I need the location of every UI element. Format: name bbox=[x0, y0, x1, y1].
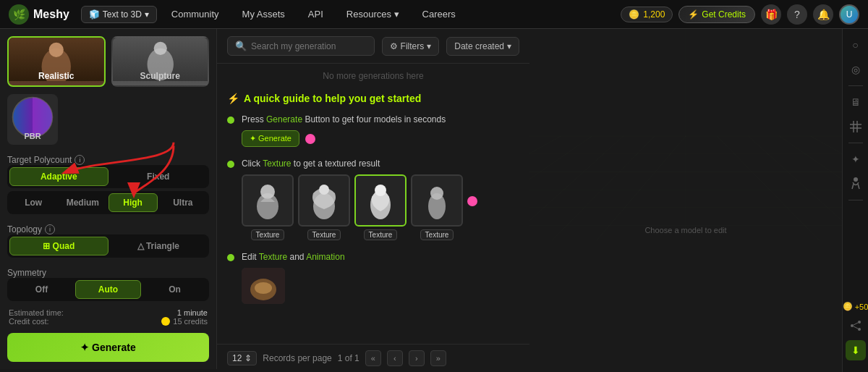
dropdown-chevron: ▾ bbox=[145, 9, 149, 20]
coin-icon-toolbar: 🪙 bbox=[843, 302, 853, 311]
nav-community[interactable]: Community bbox=[163, 6, 228, 22]
polycount-medium-button[interactable]: Medium bbox=[59, 193, 106, 212]
mode-realistic-button[interactable]: Realistic bbox=[7, 36, 106, 87]
viewport-grid: .gl{stroke:#3a4a30;stroke-width:0.8;opac… bbox=[529, 29, 842, 241]
nav-resources[interactable]: Resources ▾ bbox=[338, 6, 408, 22]
texture-label-3[interactable]: Texture bbox=[364, 229, 398, 240]
download-button[interactable]: ⬇ bbox=[846, 340, 866, 360]
pbr-row: PBR bbox=[7, 94, 209, 145]
step2-dot bbox=[227, 161, 234, 168]
texture-label-1[interactable]: Texture bbox=[251, 229, 285, 240]
svg-line-43 bbox=[852, 184, 854, 189]
svg-point-45 bbox=[858, 321, 861, 324]
user-avatar[interactable]: U bbox=[839, 4, 859, 25]
symmetry-on-button[interactable]: On bbox=[142, 280, 207, 299]
next-page-button[interactable]: › bbox=[409, 350, 425, 366]
topology-triangle-button[interactable]: △ Triangle bbox=[110, 237, 208, 255]
monitor-icon[interactable]: 🖥 bbox=[846, 92, 866, 112]
texture-label-4[interactable]: Texture bbox=[420, 229, 454, 240]
polycount-low-button[interactable]: Low bbox=[9, 193, 57, 212]
rotate-icon[interactable]: ○ bbox=[846, 35, 866, 55]
nav-my-assets[interactable]: My Assets bbox=[234, 6, 294, 22]
filters-chevron: ▾ bbox=[427, 41, 431, 51]
polycount-high-button[interactable]: High bbox=[109, 193, 158, 212]
estimated-time-label: Estimated time: bbox=[9, 308, 64, 317]
target-polycount-section: Target Polycount i Adaptive Fixed Low Me… bbox=[7, 152, 209, 214]
gift-button[interactable]: 🎁 bbox=[761, 4, 781, 25]
text-to-3d-icon: 🧊 bbox=[89, 9, 100, 20]
orbit-icon[interactable]: ◎ bbox=[846, 59, 866, 80]
prev-page-button[interactable]: ‹ bbox=[387, 350, 403, 366]
credit-cost-row: Credit cost: 15 credits bbox=[7, 317, 209, 326]
search-input[interactable] bbox=[251, 41, 367, 51]
model-preview-4: Texture bbox=[411, 174, 463, 240]
svg-point-11 bbox=[260, 185, 275, 199]
mode-pbr-button[interactable]: PBR bbox=[7, 94, 58, 145]
mini-generate-button[interactable]: ✦ Generate bbox=[242, 130, 299, 147]
symmetry-label: Symmetry bbox=[7, 268, 209, 278]
search-box[interactable]: 🔍 bbox=[227, 36, 375, 56]
symmetry-auto-button[interactable]: Auto bbox=[75, 280, 141, 299]
figure-svg-icon bbox=[850, 177, 861, 190]
grid-icon[interactable] bbox=[846, 117, 866, 137]
svg-point-2 bbox=[49, 43, 64, 57]
3d-viewport: .gl{stroke:#3a4a30;stroke-width:0.8;opac… bbox=[529, 29, 842, 372]
svg-point-5 bbox=[153, 42, 166, 55]
generate-main-button[interactable]: ✦ Generate bbox=[7, 333, 209, 362]
text-to-3d-dropdown[interactable]: 🧊 Text to 3D ▾ bbox=[81, 6, 157, 23]
app-logo[interactable]: 🌿 Meshy bbox=[9, 4, 69, 25]
lightning-icon: ⚡ bbox=[688, 9, 699, 20]
model-thumb-4[interactable] bbox=[411, 174, 463, 227]
credit-cost-label: Credit cost: bbox=[9, 317, 49, 326]
mode-sculpture-button[interactable]: Sculpture bbox=[111, 36, 210, 87]
model-thumb-svg-3 bbox=[359, 179, 402, 222]
svg-line-29 bbox=[597, 136, 686, 240]
symmetry-off-button[interactable]: Off bbox=[9, 280, 74, 299]
model-thumb-svg-1 bbox=[246, 179, 289, 222]
figure-icon[interactable] bbox=[846, 174, 866, 194]
topology-info-icon[interactable]: i bbox=[45, 224, 55, 234]
topology-label: Topology i bbox=[7, 224, 209, 234]
polycount-info-icon[interactable]: i bbox=[75, 155, 85, 165]
notifications-button[interactable]: 🔔 bbox=[813, 4, 833, 25]
topology-quad-button[interactable]: ⊞ Quad bbox=[9, 237, 109, 255]
coin-icon: 🪙 bbox=[629, 9, 639, 20]
nav-api[interactable]: API bbox=[299, 6, 332, 22]
per-page-spinners[interactable]: ⇕ bbox=[244, 353, 252, 363]
help-button[interactable]: ? bbox=[787, 4, 807, 25]
polycount-adaptive-button[interactable]: Adaptive bbox=[9, 167, 109, 186]
texture-label-2[interactable]: Texture bbox=[307, 229, 341, 240]
step1-content: Press Generate Button to get four models… bbox=[242, 114, 519, 147]
model-thumb-3[interactable] bbox=[354, 174, 407, 227]
sparkle-icon[interactable]: ✦ bbox=[846, 149, 866, 169]
model-thumb-2[interactable] bbox=[298, 174, 350, 227]
guide-step-2: Click Texture to get a textured result bbox=[227, 158, 519, 240]
date-created-button[interactable]: Date created ▾ bbox=[446, 37, 519, 56]
share-icon[interactable] bbox=[846, 316, 866, 336]
credit-cost-value: 15 credits bbox=[161, 317, 208, 326]
svg-line-35 bbox=[811, 136, 842, 240]
svg-point-13 bbox=[319, 185, 329, 195]
center-right-wrapper: 🔍 ⚙ Filters ▾ Date created ▾ No more gen… bbox=[217, 29, 868, 372]
nav-careers[interactable]: Careers bbox=[414, 6, 464, 22]
filters-button[interactable]: ⚙ Filters ▾ bbox=[382, 37, 440, 56]
svg-point-17 bbox=[430, 187, 443, 200]
model-thumb-1[interactable] bbox=[242, 174, 294, 227]
date-created-label: Date created bbox=[454, 41, 504, 51]
first-page-button[interactable]: « bbox=[365, 350, 381, 366]
per-page-selector[interactable]: 12 ⇕ bbox=[227, 351, 257, 365]
step1-dot bbox=[227, 117, 234, 124]
polycount-fixed-button[interactable]: Fixed bbox=[110, 167, 208, 186]
guide-step-1: Press Generate Button to get four models… bbox=[227, 114, 519, 147]
step3-text: Edit Texture and Animation bbox=[242, 252, 519, 262]
polycount-ultra-button[interactable]: Ultra bbox=[159, 193, 207, 212]
get-credits-button[interactable]: ⚡ Get Credits bbox=[678, 6, 755, 23]
svg-line-48 bbox=[854, 323, 858, 325]
model-preview-3: Texture bbox=[354, 174, 407, 240]
model-previews-row: Texture bbox=[242, 174, 519, 240]
svg-line-33 bbox=[780, 136, 842, 240]
main-content: Realistic Sculpture bbox=[0, 29, 868, 372]
toolbar-divider-3 bbox=[848, 200, 863, 200]
last-page-button[interactable]: » bbox=[430, 350, 446, 366]
get-credits-label: Get Credits bbox=[702, 9, 746, 20]
